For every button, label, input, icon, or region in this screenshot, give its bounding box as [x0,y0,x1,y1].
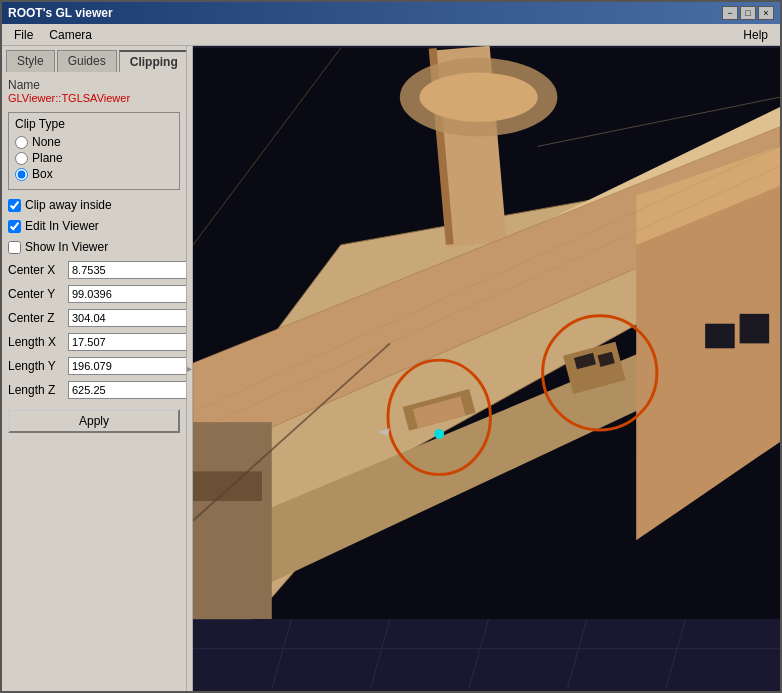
svg-rect-13 [193,471,262,501]
radio-box[interactable]: Box [15,167,173,181]
field-length-x-label: Length X [8,335,68,349]
field-length-y-label: Length Y [8,359,68,373]
gl-viewport[interactable] [193,46,780,691]
radio-none-label: None [32,135,61,149]
minimize-button[interactable]: − [722,6,738,20]
window-title: ROOT's GL viewer [8,6,113,20]
checkbox-show-viewer-input[interactable] [8,241,21,254]
radio-plane-input[interactable] [15,152,28,165]
field-center-y-label: Center Y [8,287,68,301]
field-length-z-input[interactable] [68,381,187,399]
field-center-x-label: Center X [8,263,68,277]
checkbox-show-viewer-label: Show In Viewer [25,240,108,254]
field-length-z-label: Length Z [8,383,68,397]
field-length-y-input[interactable] [68,357,187,375]
svg-rect-23 [705,324,735,349]
field-length-z-group: ▲ ▼ [68,381,187,399]
svg-point-9 [420,73,538,122]
checkbox-edit-viewer-input[interactable] [8,220,21,233]
field-length-x-input[interactable] [68,333,187,351]
field-length-y: Length Y ▲ ▼ [8,357,180,375]
menu-bar: File Camera Help [2,24,780,46]
svg-rect-12 [193,422,272,619]
field-center-x-group: ▲ ▼ [68,261,187,279]
field-center-y-input[interactable] [68,285,187,303]
menu-camera[interactable]: Camera [41,26,100,44]
radio-none-input[interactable] [15,136,28,149]
radio-box-label: Box [32,167,53,181]
panel-content: Name GLViewer::TGLSAViewer Clip Type Non… [2,72,186,691]
svg-point-36 [434,429,444,439]
checkbox-show-viewer[interactable]: Show In Viewer [8,240,180,254]
name-value[interactable]: GLViewer::TGLSAViewer [8,92,180,104]
menu-file[interactable]: File [6,26,41,44]
tab-bar: Style Guides Clipping [2,46,186,72]
tab-guides[interactable]: Guides [57,50,117,72]
field-center-y-group: ▲ ▼ [68,285,187,303]
field-center-z-input[interactable] [68,309,187,327]
field-length-z: Length Z ▲ ▼ [8,381,180,399]
field-center-x: Center X ▲ ▼ [8,261,180,279]
radio-plane-label: Plane [32,151,63,165]
svg-rect-24 [740,314,770,344]
radio-plane[interactable]: Plane [15,151,173,165]
radio-box-input[interactable] [15,168,28,181]
field-center-y: Center Y ▲ ▼ [8,285,180,303]
checkbox-clip-away-label: Clip away inside [25,198,112,212]
field-center-x-input[interactable] [68,261,187,279]
gl-scene [193,46,780,691]
apply-button[interactable]: Apply [8,409,180,433]
field-length-x: Length X ▲ ▼ [8,333,180,351]
title-bar: ROOT's GL viewer − □ × [2,2,780,24]
field-length-x-group: ▲ ▼ [68,333,187,351]
tab-style[interactable]: Style [6,50,55,72]
main-area: Style Guides Clipping Name GLViewer::TGL… [2,46,780,691]
checkbox-clip-away[interactable]: Clip away inside [8,198,180,212]
menu-help[interactable]: Help [735,26,776,44]
svg-rect-14 [193,619,780,689]
name-label: Name [8,78,180,92]
main-window: ROOT's GL viewer − □ × File Camera Help … [0,0,782,693]
field-length-y-group: ▲ ▼ [68,357,187,375]
checkbox-clip-away-input[interactable] [8,199,21,212]
name-section: Name GLViewer::TGLSAViewer [8,78,180,104]
checkbox-edit-viewer-label: Edit In Viewer [25,219,99,233]
close-button[interactable]: × [758,6,774,20]
window-controls: − □ × [722,6,774,20]
left-panel: Style Guides Clipping Name GLViewer::TGL… [2,46,187,691]
tab-clipping[interactable]: Clipping [119,50,187,72]
checkbox-edit-viewer[interactable]: Edit In Viewer [8,219,180,233]
radio-none[interactable]: None [15,135,173,149]
clip-type-title: Clip Type [15,117,173,131]
maximize-button[interactable]: □ [740,6,756,20]
field-center-z: Center Z ▲ ▼ [8,309,180,327]
clip-type-group: Clip Type None Plane Box [8,112,180,190]
field-center-z-label: Center Z [8,311,68,325]
field-center-z-group: ▲ ▼ [68,309,187,327]
